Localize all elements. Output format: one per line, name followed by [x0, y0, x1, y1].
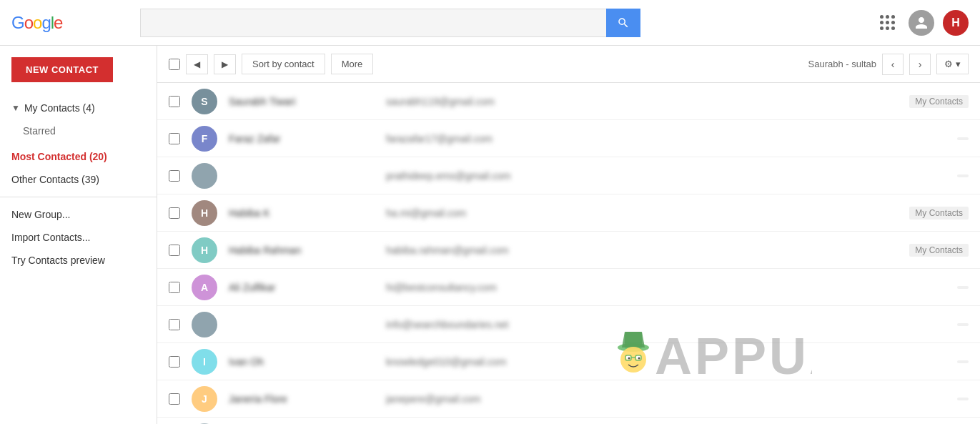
contact-email: hi@bestconsultancy.com [386, 282, 951, 293]
contact-row: H Habiba Rahman habiba.rahman@gmail.com … [157, 232, 980, 269]
contact-avatar: H [192, 200, 217, 226]
contact-avatar: J [192, 386, 217, 412]
sidebar: NEW CONTACT ▼ My Contacts (4) Starred Mo… [0, 46, 157, 424]
contact-tag: My Contacts [909, 95, 969, 108]
sidebar-divider [0, 197, 157, 197]
contact-avatar: H [192, 237, 217, 263]
contact-email: janepere@gmail.com [386, 393, 951, 405]
contact-tag [957, 286, 969, 289]
person-icon [914, 16, 929, 30]
contact-email: ha.mi@gmail.com [386, 207, 904, 219]
sidebar-item-new-group[interactable]: New Group... [0, 203, 157, 226]
sidebar-new-group-label: New Group... [11, 209, 70, 220]
contact-name: Ivan Oh [229, 356, 386, 368]
pagination-text: Saurabh - sultab [808, 59, 876, 69]
google-logo: Google [11, 13, 126, 33]
contact-email: knowledge010@gmail.com [386, 356, 951, 368]
contact-checkbox[interactable] [169, 170, 180, 182]
contact-avatar [192, 163, 217, 189]
user-avatar[interactable]: H [943, 10, 969, 36]
main-content: ◀ ▶ Sort by contact More Saurabh - sulta… [157, 46, 980, 424]
new-contact-button[interactable]: NEW CONTACT [11, 57, 113, 82]
contact-tag [957, 323, 969, 326]
sort-button[interactable]: Sort by contact [242, 54, 325, 74]
contact-name: Habiba K [229, 207, 386, 219]
contacts-toolbar: ◀ ▶ Sort by contact More Saurabh - sulta… [157, 46, 980, 83]
sidebar-import-label: Import Contacts... [11, 232, 90, 243]
contact-row: K K Anwar kamir.a@live.com [157, 418, 980, 424]
contact-tag: My Contacts [909, 244, 969, 257]
sidebar-most-contacted-label: Most Contacted (20) [11, 151, 107, 162]
search-button[interactable] [606, 9, 640, 37]
sidebar-item-starred[interactable]: Starred [0, 119, 157, 142]
logo-e: e [54, 13, 62, 32]
contact-name: Habiba Rahman [229, 245, 386, 256]
contact-checkbox[interactable] [169, 356, 180, 368]
contact-name: Ali Zulfikar [229, 282, 386, 293]
contact-tag [957, 360, 969, 363]
logo-g2: g [41, 13, 50, 32]
search-area [140, 9, 640, 37]
contact-row: S Saurabh Tiwari saurabh119@gmail.com My… [157, 83, 980, 120]
gear-dropdown-arrow: ▾ [956, 59, 961, 69]
contact-tag [957, 137, 969, 140]
top-bar: Google H [0, 0, 980, 46]
contact-row: prathideep.ems@gmail.com [157, 157, 980, 194]
apps-button[interactable] [874, 10, 900, 36]
contact-name: Janeria Flore [229, 393, 386, 405]
sidebar-item-most-contacted[interactable]: Most Contacted (20) [0, 145, 157, 168]
next-page-button[interactable]: › [909, 54, 931, 75]
sidebar-try-preview-label: Try Contacts preview [11, 255, 105, 266]
contact-tag [957, 398, 969, 400]
logo-g: G [11, 13, 24, 32]
search-input[interactable] [140, 9, 606, 37]
contact-avatar [192, 312, 217, 337]
toolbar-right: Saurabh - sultab ‹ › ⚙ ▾ [808, 54, 969, 75]
contact-row: A Ali Zulfikar hi@bestconsultancy.com [157, 269, 980, 306]
contact-name: Saurabh Tiwari [229, 96, 386, 107]
contact-row: F Faraz Zafar farazafar17@gmail.com [157, 120, 980, 157]
contact-checkbox[interactable] [169, 393, 180, 405]
contact-avatar: F [192, 126, 217, 152]
sidebar-item-import-contacts[interactable]: Import Contacts... [0, 226, 157, 249]
back-button[interactable]: ◀ [186, 54, 208, 74]
contact-tag [957, 174, 969, 177]
sidebar-other-contacts-label: Other Contacts (39) [11, 174, 99, 185]
forward-button[interactable]: ▶ [214, 54, 236, 74]
logo-o1: o [24, 13, 33, 32]
contact-avatar: S [192, 89, 217, 114]
sidebar-my-contacts-label: My Contacts (4) [24, 102, 95, 114]
account-icon[interactable] [909, 10, 934, 36]
sidebar-item-my-contacts[interactable]: ▼ My Contacts (4) [0, 97, 157, 119]
logo-o2: o [33, 13, 41, 32]
sidebar-section-contacts: ▼ My Contacts (4) Starred [0, 94, 157, 145]
search-icon [617, 16, 630, 29]
contact-avatar: A [192, 275, 217, 300]
top-right-icons: H [874, 10, 969, 36]
contact-email: saurabh119@gmail.com [386, 96, 904, 107]
select-all-checkbox[interactable] [169, 59, 180, 70]
contact-email: prathideep.ems@gmail.com [386, 170, 951, 182]
expand-arrow-icon: ▼ [11, 103, 20, 113]
contact-row: I Ivan Oh knowledge010@gmail.com [157, 343, 980, 380]
contact-checkbox[interactable] [169, 282, 180, 293]
contact-name: Faraz Zafar [229, 133, 386, 144]
contact-row: info@searchboundaries.net [157, 306, 980, 343]
sidebar-starred-label: Starred [23, 125, 56, 137]
contact-checkbox[interactable] [169, 96, 180, 107]
contact-row: J Janeria Flore janepere@gmail.com [157, 380, 980, 418]
contact-row: H Habiba K ha.mi@gmail.com My Contacts [157, 194, 980, 232]
more-button[interactable]: More [331, 54, 374, 74]
contact-checkbox[interactable] [169, 245, 180, 256]
contact-checkbox[interactable] [169, 319, 180, 330]
sidebar-item-other-contacts[interactable]: Other Contacts (39) [0, 168, 157, 191]
contact-email: info@searchboundaries.net [386, 319, 951, 330]
content-area: NEW CONTACT ▼ My Contacts (4) Starred Mo… [0, 46, 980, 424]
settings-button[interactable]: ⚙ ▾ [936, 54, 969, 74]
sidebar-item-try-preview[interactable]: Try Contacts preview [0, 249, 157, 272]
contact-checkbox[interactable] [169, 133, 180, 144]
prev-page-button[interactable]: ‹ [882, 54, 904, 75]
contact-email: farazafar17@gmail.com [386, 133, 951, 144]
contact-email: habiba.rahman@gmail.com [386, 245, 904, 256]
contact-checkbox[interactable] [169, 207, 180, 219]
